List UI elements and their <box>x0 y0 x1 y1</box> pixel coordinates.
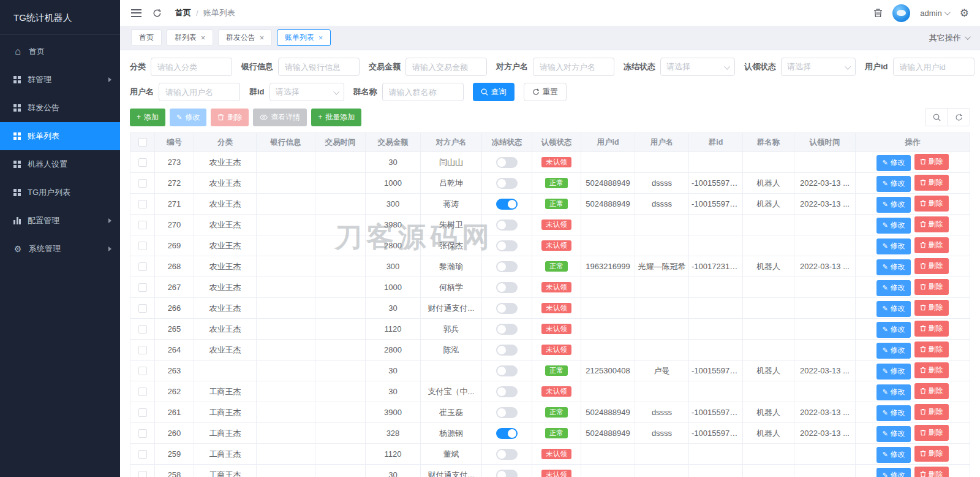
batch-add-button[interactable]: + 批量添加 <box>311 109 361 126</box>
row-edit-button[interactable]: ✎修改 <box>876 384 910 400</box>
user-id-input[interactable] <box>893 58 974 76</box>
search-button[interactable]: 查询 <box>473 83 514 101</box>
refresh-icon[interactable] <box>153 9 162 18</box>
tab-more-actions[interactable]: 其它操作 <box>929 32 969 44</box>
row-delete-button[interactable]: 删除 <box>914 300 949 316</box>
frozen-toggle[interactable] <box>496 240 518 251</box>
sidebar-item-home[interactable]: ⌂ 首页 <box>0 37 120 66</box>
frozen-toggle[interactable] <box>496 282 518 293</box>
row-checkbox[interactable] <box>138 346 147 354</box>
row-checkbox[interactable] <box>138 242 147 250</box>
row-edit-button[interactable]: ✎修改 <box>876 343 910 359</box>
add-button[interactable]: + 添加 <box>130 109 165 126</box>
row-edit-button[interactable]: ✎修改 <box>876 259 910 275</box>
row-checkbox[interactable] <box>138 367 147 375</box>
avatar[interactable] <box>892 4 910 22</box>
row-checkbox[interactable] <box>138 304 147 313</box>
row-edit-button[interactable]: ✎修改 <box>876 155 910 171</box>
delete-button[interactable]: 删除 <box>211 109 249 126</box>
row-edit-button[interactable]: ✎修改 <box>876 426 910 442</box>
frozen-toggle[interactable] <box>496 386 518 397</box>
frozen-toggle[interactable] <box>496 449 518 460</box>
row-delete-button[interactable]: 删除 <box>914 446 949 462</box>
row-checkbox[interactable] <box>138 471 147 477</box>
row-delete-button[interactable]: 删除 <box>914 279 949 295</box>
row-edit-button[interactable]: ✎修改 <box>876 447 910 463</box>
frozen-toggle[interactable] <box>496 261 518 272</box>
row-delete-button[interactable]: 删除 <box>914 467 949 477</box>
frozen-toggle[interactable] <box>496 407 518 418</box>
reset-button[interactable]: 重置 <box>524 83 567 101</box>
row-delete-button[interactable]: 删除 <box>914 258 949 274</box>
row-delete-button[interactable]: 删除 <box>914 383 949 399</box>
counterparty-input[interactable] <box>533 58 614 76</box>
hamburger-icon[interactable] <box>131 9 141 17</box>
trade-amount-input[interactable] <box>405 58 487 76</box>
username-input[interactable] <box>159 83 240 101</box>
row-checkbox[interactable] <box>138 200 147 208</box>
claim-status-select[interactable]: 请选择 <box>781 58 856 76</box>
row-checkbox[interactable] <box>138 408 147 417</box>
row-delete-button[interactable]: 删除 <box>914 425 949 441</box>
table-refresh-button[interactable] <box>948 109 970 126</box>
frozen-toggle[interactable] <box>496 324 518 335</box>
row-delete-button[interactable]: 删除 <box>914 237 949 253</box>
frozen-toggle[interactable] <box>496 219 518 231</box>
sidebar-item-config-management[interactable]: 配置管理 <box>0 207 120 235</box>
frozen-toggle[interactable] <box>496 303 518 314</box>
row-checkbox[interactable] <box>138 283 147 292</box>
bank-info-input[interactable] <box>278 58 360 76</box>
frozen-status-select[interactable]: 请选择 <box>660 58 735 76</box>
row-delete-button[interactable]: 删除 <box>914 216 949 232</box>
row-edit-button[interactable]: ✎修改 <box>876 468 910 477</box>
frozen-toggle[interactable] <box>496 345 518 356</box>
row-checkbox[interactable] <box>138 221 147 229</box>
row-edit-button[interactable]: ✎修改 <box>876 176 910 192</box>
frozen-toggle[interactable] <box>496 178 518 189</box>
close-icon[interactable]: × <box>318 34 323 42</box>
group-id-select[interactable]: 请选择 <box>270 83 344 101</box>
row-checkbox[interactable] <box>138 429 147 438</box>
row-delete-button[interactable]: 删除 <box>914 321 949 337</box>
sidebar-item-broadcast[interactable]: 群发公告 <box>0 94 120 122</box>
row-edit-button[interactable]: ✎修改 <box>876 280 910 296</box>
sidebar-item-bill-list[interactable]: 账单列表 <box>0 122 120 150</box>
row-checkbox[interactable] <box>138 262 147 271</box>
gear-icon[interactable]: ⚙ <box>960 7 969 20</box>
user-menu[interactable]: admin <box>920 9 948 18</box>
row-checkbox[interactable] <box>138 450 147 459</box>
sidebar-item-group-management[interactable]: 群管理 <box>0 66 120 94</box>
row-edit-button[interactable]: ✎修改 <box>876 197 910 213</box>
frozen-toggle[interactable] <box>496 365 518 376</box>
close-icon[interactable]: × <box>260 34 264 42</box>
frozen-toggle[interactable] <box>496 428 518 439</box>
table-search-button[interactable] <box>925 109 948 126</box>
frozen-toggle[interactable] <box>496 470 518 477</box>
select-all-checkbox[interactable] <box>138 138 147 147</box>
tab-group-list[interactable]: 群列表× <box>167 29 213 46</box>
row-delete-button[interactable]: 删除 <box>914 154 949 170</box>
view-detail-button[interactable]: 查看详情 <box>253 109 307 126</box>
row-checkbox[interactable] <box>138 387 147 396</box>
category-input[interactable] <box>151 58 232 76</box>
row-checkbox[interactable] <box>138 325 147 334</box>
tab-home[interactable]: 首页 <box>131 29 162 46</box>
row-checkbox[interactable] <box>138 158 147 167</box>
frozen-toggle[interactable] <box>496 199 518 210</box>
trash-icon[interactable] <box>873 8 883 18</box>
row-edit-button[interactable]: ✎修改 <box>876 322 910 338</box>
row-delete-button[interactable]: 删除 <box>914 175 949 191</box>
row-edit-button[interactable]: ✎修改 <box>876 218 910 234</box>
row-edit-button[interactable]: ✎修改 <box>876 238 910 254</box>
breadcrumb-home[interactable]: 首页 <box>175 7 191 18</box>
tab-broadcast[interactable]: 群发公告× <box>218 29 272 46</box>
row-edit-button[interactable]: ✎修改 <box>876 364 910 380</box>
group-name-input[interactable] <box>382 83 464 101</box>
frozen-toggle[interactable] <box>496 157 518 168</box>
row-delete-button[interactable]: 删除 <box>914 196 949 212</box>
row-delete-button[interactable]: 删除 <box>914 342 949 357</box>
row-checkbox[interactable] <box>138 179 147 188</box>
row-delete-button[interactable]: 删除 <box>914 404 949 420</box>
tab-bill-list[interactable]: 账单列表× <box>277 29 331 46</box>
sidebar-item-robot-settings[interactable]: 机器人设置 <box>0 150 120 178</box>
